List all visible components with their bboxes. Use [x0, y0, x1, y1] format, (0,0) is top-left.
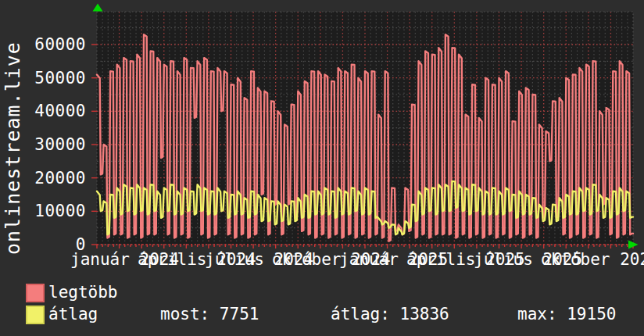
legend-label: legtöbb — [48, 283, 118, 302]
y-tick-label: 10000 — [13, 202, 86, 220]
legend-swatch-legtobb — [26, 284, 45, 302]
legend-label: átlag — [48, 305, 98, 323]
stat-max: max: 19150 — [517, 305, 616, 323]
y-tick-label: 50000 — [13, 70, 86, 87]
y-tick-label: 20000 — [13, 170, 86, 187]
y-tick-label: 40000 — [13, 102, 86, 120]
x-tick-label: október 2025 — [541, 251, 644, 268]
y-axis-arrow-up-icon — [93, 4, 103, 12]
monitoring-graph: onlinestream.live 6000050000400003000020… — [0, 0, 644, 336]
y-tick-label: 30000 — [13, 136, 86, 153]
y-tick-label: 60000 — [13, 36, 86, 53]
stat-atlag: átlag: 13836 — [331, 305, 449, 323]
stat-most: most: 7751 — [160, 305, 259, 323]
legend-swatch-atlag — [26, 306, 45, 324]
